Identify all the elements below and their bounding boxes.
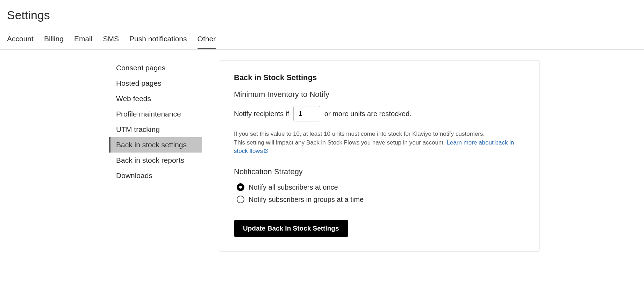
min-inventory-row: Notify recipients if or more units are r…: [234, 106, 525, 121]
sidebar-item-downloads[interactable]: Downloads: [109, 168, 202, 183]
panel-heading: Back in Stock Settings: [234, 73, 525, 82]
sidebar-item-profile-maintenance[interactable]: Profile maintenance: [109, 106, 202, 122]
sidebar-item-hosted-pages[interactable]: Hosted pages: [109, 76, 202, 91]
min-inventory-subheading: Minimum Inventory to Notify: [234, 90, 525, 99]
sidebar-item-back-in-stock-reports[interactable]: Back in stock reports: [109, 153, 202, 168]
helper-line2: This setting will impact any Back in Sto…: [234, 139, 447, 146]
tab-billing[interactable]: Billing: [44, 31, 64, 49]
strategy-subheading: Notification Strategy: [234, 167, 525, 176]
settings-tabs: Account Billing Email SMS Push notificat…: [0, 31, 644, 50]
min-inventory-input[interactable]: [293, 106, 320, 121]
radio-icon: [237, 183, 244, 191]
radio-notify-groups[interactable]: Notify subscribers in groups at a time: [237, 196, 525, 204]
external-link-icon: [264, 147, 269, 156]
radio-label: Notify all subscribers at once: [249, 183, 338, 191]
min-inventory-prefix: Notify recipients if: [234, 110, 289, 118]
tab-sms[interactable]: SMS: [103, 31, 119, 49]
radio-label: Notify subscribers in groups at a time: [249, 196, 364, 204]
min-inventory-helper: If you set this value to 10, at least 10…: [234, 130, 525, 156]
tab-email[interactable]: Email: [74, 31, 93, 49]
min-inventory-suffix: or more units are restocked.: [324, 110, 412, 118]
sidebar-item-web-feeds[interactable]: Web feeds: [109, 91, 202, 106]
tab-other[interactable]: Other: [198, 31, 216, 49]
helper-line1: If you set this value to 10, at least 10…: [234, 131, 485, 137]
tab-account[interactable]: Account: [7, 31, 34, 49]
sidebar-item-consent-pages[interactable]: Consent pages: [109, 60, 202, 76]
update-button[interactable]: Update Back In Stock Settings: [234, 220, 348, 237]
radio-icon: [237, 196, 244, 203]
strategy-radio-group: Notify all subscribers at once Notify su…: [237, 183, 525, 204]
back-in-stock-panel: Back in Stock Settings Minimum Inventory…: [219, 60, 540, 252]
sidebar-item-utm-tracking[interactable]: UTM tracking: [109, 122, 202, 137]
page-title: Settings: [0, 0, 644, 25]
svg-line-0: [266, 149, 268, 151]
content-area: Consent pages Hosted pages Web feeds Pro…: [0, 50, 644, 266]
sidebar-item-back-in-stock-settings[interactable]: Back in stock settings: [109, 137, 202, 153]
radio-notify-all[interactable]: Notify all subscribers at once: [237, 183, 525, 191]
sidebar: Consent pages Hosted pages Web feeds Pro…: [109, 60, 202, 183]
tab-push-notifications[interactable]: Push notifications: [129, 31, 187, 49]
